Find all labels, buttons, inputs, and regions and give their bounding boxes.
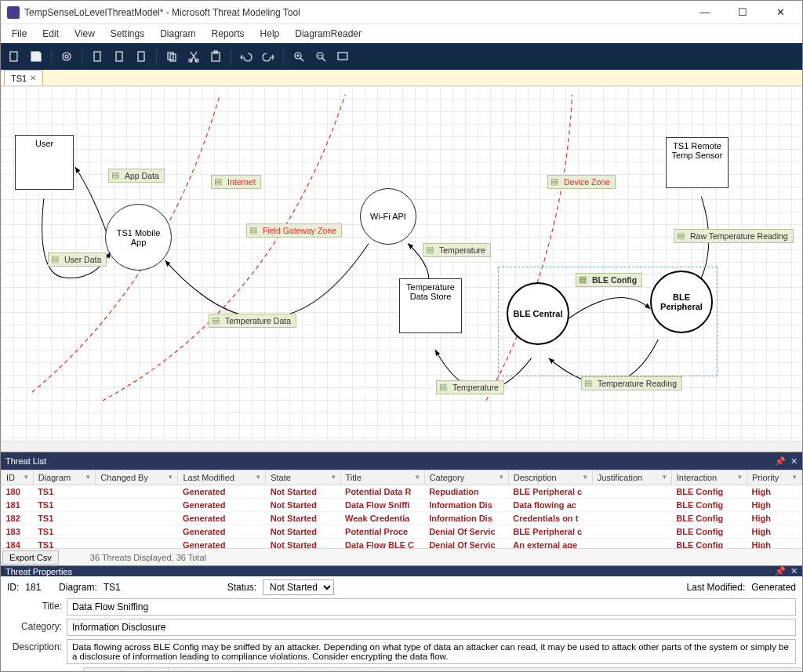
table-cell: High: [747, 539, 802, 549]
fit-icon[interactable]: [336, 49, 350, 64]
document-tab[interactable]: TS1 ✕: [4, 70, 43, 85]
column-header[interactable]: Changed By▾: [96, 470, 178, 485]
node-data-store[interactable]: Temperature Data Store: [399, 278, 462, 333]
flow-raw-temp[interactable]: Raw Temperature Reading: [674, 229, 794, 243]
menu-help[interactable]: Help: [254, 27, 286, 41]
tp-status-select[interactable]: Not Started: [263, 579, 334, 595]
node-ble-central-label: BLE Central: [514, 309, 563, 318]
menu-diagram[interactable]: Diagram: [154, 27, 202, 41]
column-header[interactable]: ID▾: [2, 470, 34, 485]
flow-temp-data[interactable]: Temperature Data: [209, 314, 296, 328]
column-header[interactable]: Priority▾: [747, 470, 802, 485]
table-cell: [96, 499, 178, 512]
table-row[interactable]: 181TS1GeneratedNot StartedData Flow Snif…: [2, 499, 802, 512]
node-remote-sensor[interactable]: TS1 Remote Temp Sensor: [666, 137, 729, 188]
table-cell: Denial Of Servic: [424, 539, 508, 549]
column-header[interactable]: Justification▾: [592, 470, 671, 485]
node-user-label: User: [35, 139, 53, 148]
canvas-scrollbar[interactable]: [1, 441, 802, 452]
node-ble-peripheral-label: BLE Peripheral: [660, 292, 703, 311]
table-cell: Not Started: [266, 539, 340, 549]
column-header[interactable]: Last Modified▾: [178, 470, 266, 485]
tp-title-input[interactable]: Data Flow Sniffing: [67, 598, 796, 616]
tp-tab-notes[interactable]: Notes - no entries: [84, 668, 169, 672]
zoom-in-icon[interactable]: [292, 49, 306, 64]
boundary-device-zone[interactable]: Device Zone: [547, 175, 616, 189]
table-row[interactable]: 183TS1GeneratedNot StartedPotential Proc…: [2, 525, 802, 539]
node-remote-sensor-label: TS1 Remote Temp Sensor: [670, 141, 725, 160]
table-cell: Not Started: [266, 485, 340, 499]
flow-temperature-1[interactable]: Temperature: [423, 243, 491, 257]
tp-lastmod-label: Last Modified:: [687, 582, 746, 593]
menu-settings[interactable]: Settings: [104, 27, 151, 41]
close-button[interactable]: ✕: [765, 2, 796, 24]
export-csv-button[interactable]: Export Csv: [2, 550, 59, 565]
maximize-button[interactable]: ☐: [727, 2, 758, 24]
table-cell: Credentials on t: [508, 512, 592, 525]
copy-icon[interactable]: [165, 49, 179, 64]
table-cell: [96, 539, 178, 549]
table-row[interactable]: 182TS1GeneratedNot StartedWeak Credentia…: [2, 512, 802, 525]
menu-reports[interactable]: Reports: [205, 27, 251, 41]
svg-rect-5: [138, 52, 144, 61]
flow-ble-config[interactable]: BLE Config: [576, 273, 642, 287]
column-header[interactable]: Description▾: [508, 470, 592, 485]
table-cell: Not Started: [266, 512, 340, 525]
doc2-icon[interactable]: [112, 49, 126, 64]
undo-icon[interactable]: [239, 49, 253, 64]
table-cell: High: [747, 512, 802, 525]
node-ble-peripheral[interactable]: BLE Peripheral: [650, 271, 713, 333]
threat-list-grid[interactable]: ID▾Diagram▾Changed By▾Last Modified▾Stat…: [1, 470, 802, 548]
node-wifi-api[interactable]: Wi-Fi API: [360, 188, 416, 245]
column-header[interactable]: Diagram▾: [33, 470, 96, 485]
table-cell: High: [747, 525, 802, 539]
menu-file[interactable]: File: [5, 27, 33, 41]
panel-close-icon[interactable]: ✕: [790, 566, 798, 576]
redo-icon[interactable]: [261, 49, 275, 64]
table-cell: TS1: [33, 539, 96, 549]
menu-view[interactable]: View: [68, 27, 101, 41]
table-row[interactable]: 180TS1GeneratedNot StartedPotential Data…: [2, 485, 802, 499]
menu-edit[interactable]: Edit: [36, 27, 65, 41]
diagram-canvas[interactable]: User TS1 Mobile App Wi-Fi API Temperatur…: [1, 86, 802, 452]
flow-app-data[interactable]: App Data: [108, 169, 165, 183]
tp-description-input[interactable]: Data flowing across BLE Config may be sn…: [67, 639, 796, 664]
table-row[interactable]: 184TS1GeneratedNot StartedData Flow BLE …: [2, 539, 802, 549]
close-tab-icon[interactable]: ✕: [30, 74, 36, 82]
tp-description-label: Description:: [7, 639, 62, 652]
tp-tab-properties[interactable]: Threat Properties: [1, 667, 84, 672]
menu-diagramreader[interactable]: DiagramReader: [289, 27, 368, 41]
flow-user-data[interactable]: User Data: [48, 252, 107, 267]
column-header[interactable]: State▾: [266, 470, 340, 485]
boundary-internet[interactable]: Internet: [211, 175, 261, 189]
node-mobile-app[interactable]: TS1 Mobile App: [105, 204, 172, 271]
cut-icon[interactable]: [187, 49, 201, 64]
tp-category-input[interactable]: Information Disclosure: [67, 619, 796, 636]
column-header[interactable]: Interaction▾: [671, 470, 747, 485]
table-cell: Potential Proce: [340, 525, 424, 539]
threat-list-title: Threat List: [5, 456, 46, 466]
boundary-field-gateway[interactable]: Field Gateway Zone: [246, 223, 342, 238]
paste-icon[interactable]: [209, 49, 223, 64]
doc1-icon[interactable]: [90, 49, 104, 64]
zoom-out-icon[interactable]: [314, 49, 328, 64]
save-icon[interactable]: [29, 49, 43, 64]
new-icon[interactable]: [7, 49, 21, 64]
pin-icon[interactable]: 📌: [775, 456, 786, 467]
table-cell: [592, 512, 671, 525]
node-user[interactable]: User: [15, 135, 74, 190]
tp-id-label: ID:: [7, 582, 19, 593]
panel-close-icon[interactable]: ✕: [790, 456, 798, 467]
threat-list-header: Threat List 📌✕: [1, 452, 802, 470]
node-ble-central[interactable]: BLE Central: [507, 282, 569, 345]
flow-temp-reading[interactable]: Temperature Reading: [581, 376, 682, 390]
flow-temperature-2[interactable]: Temperature: [436, 380, 504, 394]
column-header[interactable]: Category▾: [424, 470, 508, 485]
pin-icon[interactable]: 📌: [775, 566, 786, 576]
template-icon[interactable]: [60, 49, 74, 64]
column-header[interactable]: Title▾: [340, 470, 424, 485]
table-cell: Not Started: [266, 499, 340, 512]
minimize-button[interactable]: —: [689, 2, 721, 24]
tp-lastmod-value: Generated: [751, 582, 796, 593]
doc3-icon[interactable]: [134, 49, 148, 64]
